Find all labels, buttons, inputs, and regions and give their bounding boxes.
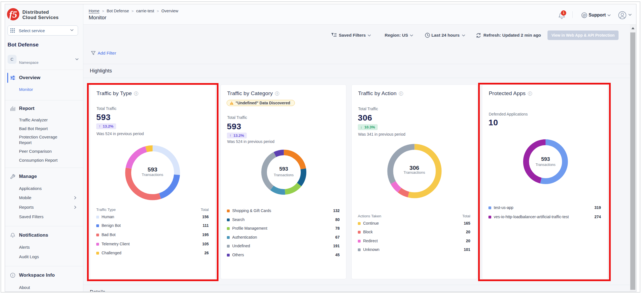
svg-text:@: @ (582, 13, 586, 17)
